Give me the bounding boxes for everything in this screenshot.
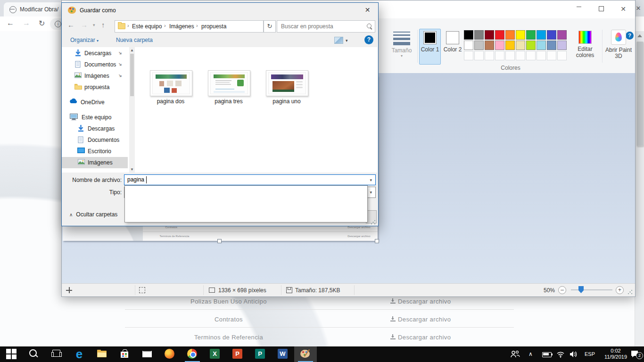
palette-swatch[interactable] <box>516 51 525 60</box>
palette-swatch[interactable] <box>547 30 556 40</box>
file-pagina-uno[interactable] <box>266 70 308 96</box>
dialog-close-icon[interactable]: ✕ <box>357 3 378 17</box>
file-explorer-button[interactable] <box>91 346 113 362</box>
sidebar-item-imagenes[interactable]: Imágenes <box>62 157 128 168</box>
breadcrumb-este-equipo[interactable]: Este equipo <box>132 23 162 30</box>
palette-swatch[interactable] <box>516 41 525 50</box>
filename-dropdown-icon[interactable]: ▾ <box>370 178 372 182</box>
sidebar-item-onedrive[interactable]: OneDrive <box>62 97 128 108</box>
sidebar-item-documentos[interactable]: Documentos <box>62 134 128 146</box>
maximize-button[interactable] <box>590 3 612 15</box>
page-info-icon[interactable]: i <box>55 21 61 27</box>
scroll-down-icon[interactable]: ▼ <box>130 167 134 172</box>
palette-swatch[interactable] <box>485 30 494 40</box>
forward-icon[interactable]: → <box>81 21 88 29</box>
palette-swatch[interactable] <box>505 51 515 60</box>
sidebar-item-descargas-quick[interactable]: Descargas ➜ <box>62 48 128 59</box>
view-mode-icon[interactable] <box>334 37 343 44</box>
chrome-button[interactable] <box>181 346 204 362</box>
taskbar-search-button[interactable] <box>23 346 45 362</box>
palette-swatch[interactable] <box>474 30 484 40</box>
excel-button[interactable]: X <box>204 346 226 362</box>
battery-icon[interactable] <box>542 352 552 357</box>
palette-swatch[interactable] <box>495 51 504 60</box>
word-button[interactable]: W <box>272 346 294 362</box>
volume-icon[interactable] <box>570 351 578 358</box>
sidebar-item-escritorio[interactable]: Escritorio <box>62 146 128 157</box>
filename-input[interactable]: pagina ▾ <box>124 174 376 185</box>
palette-swatch[interactable] <box>526 51 536 60</box>
sidebar-scrollbar[interactable]: ▲ ▼ <box>129 47 135 173</box>
scroll-up-icon[interactable] <box>637 34 642 37</box>
mail-button[interactable] <box>136 346 158 362</box>
people-icon[interactable] <box>511 350 520 358</box>
palette-swatch[interactable] <box>495 30 504 40</box>
scrollbar-thumb[interactable] <box>636 41 644 146</box>
browser-reload-icon[interactable]: ↻ <box>39 19 45 28</box>
zoom-slider[interactable] <box>571 289 612 290</box>
resize-handle[interactable] <box>217 239 222 243</box>
zoom-out-button[interactable]: – <box>558 286 566 294</box>
firefox-button[interactable] <box>158 346 181 362</box>
publisher-button[interactable]: P <box>249 346 272 362</box>
palette-swatch[interactable] <box>474 41 484 50</box>
new-folder-button[interactable]: Nueva carpeta <box>116 37 153 43</box>
hide-folders-button[interactable]: ∧Ocultar carpetas <box>69 211 117 218</box>
sidebar-item-descargas[interactable]: Descargas <box>62 123 128 134</box>
store-button[interactable] <box>113 346 136 362</box>
file-pagina-dos[interactable] <box>150 70 192 96</box>
back-icon[interactable]: ← <box>67 21 74 29</box>
palette-swatch[interactable] <box>547 51 556 60</box>
sidebar-item-documentos-quick[interactable]: Documentos ➜ <box>62 59 128 70</box>
palette-swatch[interactable] <box>516 30 525 40</box>
zoom-in-button[interactable]: + <box>616 286 624 294</box>
recent-locations-icon[interactable]: ▾ <box>93 23 95 27</box>
edge-button[interactable]: e <box>68 346 91 362</box>
palette-swatch[interactable] <box>537 41 546 50</box>
sidebar-item-imagenes-quick[interactable]: Imágenes ➜ <box>62 70 128 82</box>
view-mode-dropdown-icon[interactable]: ▾ <box>346 38 348 43</box>
palette-swatch[interactable] <box>557 51 567 60</box>
palette-swatch[interactable] <box>485 41 494 50</box>
size-button[interactable]: Tamaño ▾ <box>388 30 415 64</box>
type-dropdown-icon[interactable]: ▾ <box>370 190 372 195</box>
refresh-button[interactable]: ↻ <box>264 20 276 33</box>
palette-swatch[interactable] <box>537 51 546 60</box>
palette-swatch[interactable] <box>557 41 567 50</box>
open-paint3d-button[interactable]: Abrir Paint 3D <box>604 29 633 59</box>
breadcrumb-imagenes[interactable]: Imágenes <box>169 23 194 30</box>
palette-swatch[interactable] <box>547 41 556 50</box>
breadcrumb[interactable]: › Este equipo › Imágenes › propuesta ▾ <box>115 20 264 33</box>
palette-swatch[interactable] <box>526 30 536 40</box>
zoom-slider-thumb[interactable] <box>578 286 584 293</box>
color1-button[interactable]: Color 1 <box>419 29 441 65</box>
tray-clock[interactable]: 0:02 11/9/2019 <box>602 348 630 360</box>
sidebar-item-propuesta[interactable]: propuesta <box>62 82 128 93</box>
browser-scrollbar[interactable] <box>635 31 644 346</box>
download-link[interactable]: Descargar archivo <box>390 334 451 341</box>
dialog-resize-grip[interactable] <box>371 220 376 225</box>
palette-swatch[interactable] <box>464 41 473 50</box>
palette-swatch[interactable] <box>505 30 515 40</box>
search-icon[interactable] <box>367 24 372 28</box>
browser-back-icon[interactable]: ← <box>7 19 14 27</box>
up-icon[interactable]: ↑ <box>101 21 105 29</box>
breadcrumb-propuesta[interactable]: propuesta <box>201 23 226 30</box>
palette-swatch[interactable] <box>464 30 473 40</box>
palette-swatch[interactable] <box>537 30 546 40</box>
file-pagina-tres[interactable] <box>208 70 250 96</box>
download-link[interactable]: Descargar archivo <box>390 316 451 323</box>
task-view-button[interactable] <box>45 346 68 362</box>
palette-swatch[interactable] <box>526 41 536 50</box>
color2-button[interactable]: Color 2 <box>442 29 463 65</box>
download-link[interactable]: Descargar archivo <box>390 298 451 305</box>
paint-button[interactable] <box>294 346 317 362</box>
search-input[interactable] <box>280 22 362 31</box>
palette-swatch[interactable] <box>557 30 567 40</box>
resize-grip[interactable] <box>627 289 633 295</box>
close-button[interactable]: ✕ <box>612 3 634 15</box>
palette-swatch[interactable] <box>485 51 494 60</box>
powerpoint-button[interactable]: P <box>226 346 249 362</box>
tray-chevron-up-icon[interactable]: ∧ <box>528 351 533 357</box>
filename-autocomplete-popup[interactable] <box>124 185 368 222</box>
